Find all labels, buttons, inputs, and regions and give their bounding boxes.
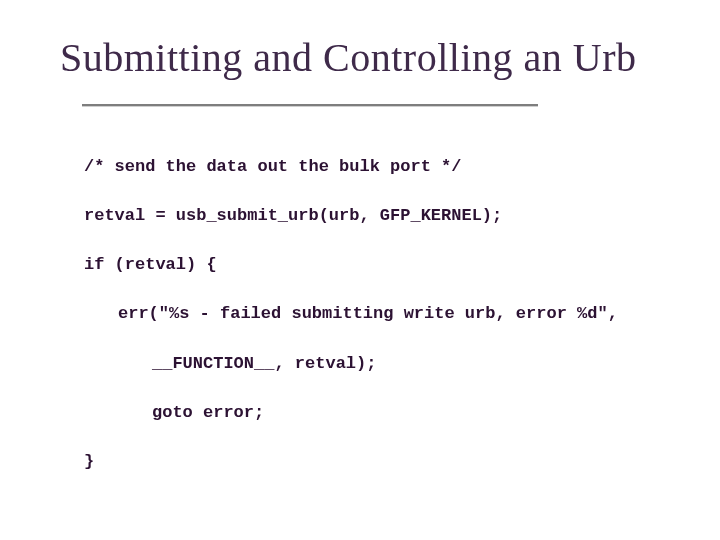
code-line: err("%s - failed submitting write urb, e… [84, 302, 690, 327]
code-line: __FUNCTION__, retval); [84, 352, 690, 377]
code-line: /* send the data out the bulk port */ [84, 155, 690, 180]
code-line: retval = usb_submit_urb(urb, GFP_KERNEL)… [84, 204, 690, 229]
code-line: goto error; [84, 401, 690, 426]
code-line: if (retval) { [84, 253, 690, 278]
blank-line [84, 500, 690, 518]
slide-title: Submitting and Controlling an Urb [60, 34, 680, 81]
title-underline [82, 104, 538, 106]
slide: Submitting and Controlling an Urb /* sen… [0, 0, 720, 540]
code-line: } [84, 450, 690, 475]
code-block: /* send the data out the bulk port */ re… [84, 130, 690, 540]
